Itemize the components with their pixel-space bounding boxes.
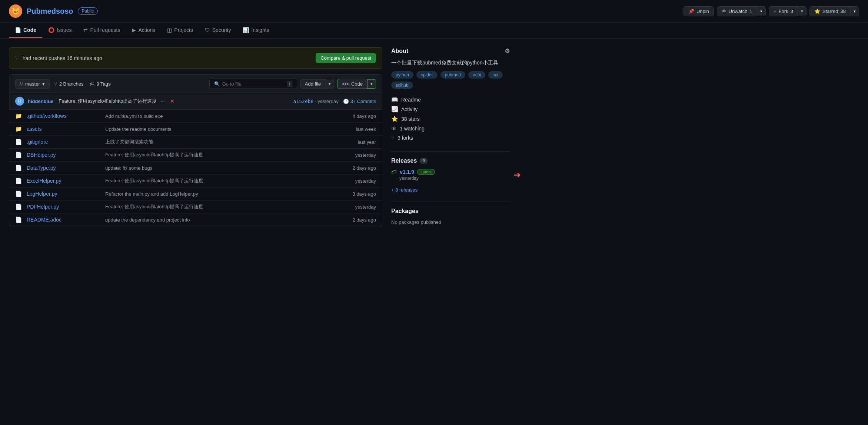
file-name[interactable]: .github/workflows (27, 113, 101, 119)
search-input[interactable] (222, 81, 285, 87)
add-file-dropdown-arrow[interactable]: ▾ (326, 80, 334, 88)
tab-issues[interactable]: ⭕ Issues (42, 23, 77, 38)
release-arrow-indicator: ➜ (513, 170, 521, 180)
star-button[interactable]: ⭐ Starred 38 (810, 7, 851, 16)
release-version[interactable]: v1.1.9 (400, 169, 414, 175)
sidebar-link-readme[interactable]: 📖Readme (391, 95, 510, 104)
topic-tag[interactable]: spider (416, 71, 438, 79)
file-icon: 📄 (15, 216, 22, 223)
add-file-split: Add file ▾ (300, 79, 334, 89)
branches-icon: ⑂ (54, 81, 57, 87)
commit-author[interactable]: hiddenblue (28, 99, 53, 104)
actions-tab-icon: ▶ (132, 27, 136, 33)
commits-count: 37 Commits (350, 99, 376, 104)
about-gear-icon[interactable]: ⚙ (505, 47, 510, 54)
folder-icon: 📁 (15, 126, 22, 132)
topic-tag[interactable]: python (391, 71, 413, 79)
topic-tag[interactable]: ncbi (468, 71, 485, 79)
sidebar-divider-2 (391, 202, 510, 202)
file-name[interactable]: DBHelper.py (27, 152, 101, 158)
commit-dots: ··· (160, 98, 165, 104)
file-commit-message: Feature: 使用asyncio和aiohttp提高了运行速度 (105, 177, 335, 184)
file-commit-message: Feature: 使用asyncio和aiohttp提高了运行速度 (105, 203, 335, 210)
sidebar-link-icon: ⑂ (391, 135, 395, 141)
tab-security[interactable]: 🛡 Security (199, 23, 237, 38)
tab-code[interactable]: 📄 Code (9, 23, 42, 38)
tag-icon: 🏷 (90, 81, 94, 87)
close-commit-button[interactable]: ✕ (170, 98, 174, 104)
file-icon: 📄 (15, 165, 22, 171)
commit-message: Feature: 使用asyncio和aiohttp提高了运行速度 (59, 98, 157, 104)
main-content: ⑂ had recent pushes 16 minutes ago Compa… (9, 47, 382, 234)
topic-tag[interactable]: sci (488, 71, 503, 79)
file-list: 📁.github/workflowsAdd nuitka.yml to buil… (9, 110, 382, 226)
unwatch-dropdown-arrow[interactable]: ▾ (757, 7, 765, 16)
push-banner: ⑂ had recent pushes 16 minutes ago Compa… (9, 47, 382, 69)
branches-count[interactable]: ⑂ 2 Branches (54, 81, 84, 87)
sidebar-link-3-forks[interactable]: ⑂3 forks (391, 133, 510, 142)
file-row: 📄PDFHelper.pyFeature: 使用asyncio和aiohttp提… (9, 200, 382, 213)
tags-count[interactable]: 🏷 9 Tags (90, 81, 111, 87)
code-tab-icon: 📄 (15, 27, 21, 33)
go-to-file-search[interactable]: 🔍 t (209, 79, 297, 89)
sidebar: About ⚙ 一个批量下载pubmed免费文献的python小工具 pytho… (391, 47, 510, 234)
code-button[interactable]: </> Code (337, 79, 368, 89)
file-name[interactable]: README.adoc (27, 217, 101, 223)
about-section: About ⚙ 一个批量下载pubmed免费文献的python小工具 pytho… (391, 47, 510, 142)
sidebar-link-label: 38 stars (401, 116, 420, 122)
file-name[interactable]: DataType.py (27, 165, 101, 171)
code-dropdown-arrow[interactable]: ▾ (368, 80, 376, 88)
tab-pull-requests[interactable]: ⇄ Pull requests (77, 23, 126, 38)
file-row: 📄DBHelper.pyFeature: 使用asyncio和aiohttp提高… (9, 149, 382, 162)
sidebar-link-38-stars[interactable]: ⭐38 stars (391, 114, 510, 124)
tab-actions[interactable]: ▶ Actions (126, 23, 161, 38)
sidebar-link-1-watching[interactable]: 👁1 watching (391, 124, 510, 133)
topic-tag[interactable]: pubmed (440, 71, 465, 79)
fork-button[interactable]: ⑂ Fork 3 (769, 7, 798, 16)
repo-title[interactable]: Pubmedsoso (27, 7, 73, 16)
file-icon: 📄 (15, 203, 22, 210)
file-row: 📁.github/workflowsAdd nuitka.yml to buil… (9, 110, 382, 123)
sidebar-link-icon: 📖 (391, 96, 398, 103)
sidebar-link-activity[interactable]: 📈Activity (391, 104, 510, 114)
file-icon: 📄 (15, 139, 22, 145)
file-name[interactable]: LogHelper.py (27, 191, 101, 197)
unwatch-split: 👁 Unwatch 1 ▾ (717, 6, 766, 16)
tab-insights[interactable]: 📊 Insights (237, 23, 275, 38)
commits-link[interactable]: 🕐 37 Commits (343, 99, 376, 104)
unpin-button[interactable]: 📌 Unpin (684, 6, 714, 16)
sidebar-divider-1 (391, 151, 510, 152)
branches-tags: ⑂ 2 Branches 🏷 9 Tags (54, 81, 111, 87)
no-packages-text: No packages published (391, 219, 441, 225)
commit-hash[interactable]: a152eb8 (293, 99, 314, 104)
branch-selector[interactable]: ⑂ master ▾ (15, 79, 50, 89)
more-releases-link[interactable]: + 8 releases (391, 187, 418, 193)
file-name[interactable]: PDFHelper.py (27, 204, 101, 210)
folder-icon: 📁 (15, 113, 22, 119)
sidebar-link-icon: 👁 (391, 125, 397, 132)
tab-projects[interactable]: ◫ Projects (161, 23, 199, 38)
topic-tag[interactable]: scihub (391, 82, 413, 89)
file-icon: 📄 (15, 177, 22, 184)
file-name[interactable]: assets (27, 126, 101, 132)
releases-count-badge: 9 (420, 158, 428, 164)
commit-meta: a152eb8 · yesterday 🕐 37 Commits (293, 99, 376, 104)
add-file-button[interactable]: Add file (300, 79, 326, 89)
fork-dropdown-arrow[interactable]: ▾ (798, 7, 806, 16)
file-time: 2 days ago (339, 165, 376, 171)
compare-pull-request-button[interactable]: Compare & pull request (316, 53, 376, 63)
shortcut-key: t (287, 81, 292, 87)
star-dropdown-arrow[interactable]: ▾ (851, 7, 859, 16)
sidebar-link-label: Readme (401, 97, 421, 103)
main-layout: ⑂ had recent pushes 16 minutes ago Compa… (0, 39, 519, 234)
file-row: 📄README.adocupdate the dependency and pr… (9, 213, 382, 226)
file-name[interactable]: .gitignore (27, 139, 101, 145)
file-name[interactable]: ExcelHelper.py (27, 178, 101, 184)
unwatch-button[interactable]: 👁 Unwatch 1 (717, 7, 757, 16)
file-commit-message: Add nuitka.yml to build exe (105, 113, 335, 119)
file-time: 2 days ago (339, 217, 376, 223)
releases-title: Releases 9 (391, 157, 510, 164)
insights-tab-icon: 📊 (243, 27, 249, 33)
file-time: yesterday (339, 178, 376, 184)
file-time: last week (339, 126, 376, 132)
